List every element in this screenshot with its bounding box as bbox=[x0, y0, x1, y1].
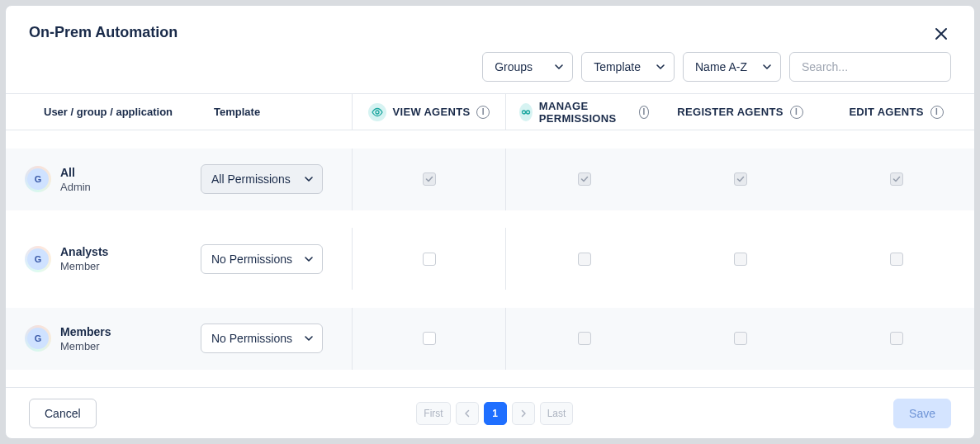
permissions-modal: On-Prem Automation Groups Template Name … bbox=[5, 5, 975, 439]
group-badge: G bbox=[27, 168, 49, 190]
chevron-down-icon bbox=[656, 62, 665, 72]
permission-checkbox[interactable] bbox=[734, 332, 747, 345]
save-button-label: Save bbox=[909, 407, 935, 420]
search-input[interactable] bbox=[800, 59, 948, 74]
sort-label: Name A-Z bbox=[695, 60, 747, 73]
group-name: Analysts bbox=[60, 245, 108, 258]
info-icon[interactable]: i bbox=[639, 106, 649, 119]
close-button[interactable] bbox=[931, 24, 951, 44]
filter-template-dropdown[interactable]: Template bbox=[581, 52, 675, 82]
pager-next-button[interactable] bbox=[512, 402, 535, 425]
group-avatar: G bbox=[27, 248, 49, 270]
column-header-template: Template bbox=[214, 106, 339, 118]
permission-checkbox[interactable] bbox=[423, 172, 436, 186]
modal-footer: Cancel First 1 Last Save bbox=[6, 387, 974, 438]
svg-point-1 bbox=[376, 111, 379, 114]
column-header-manage-permissions: MANAGE PERMISSIONS i bbox=[506, 94, 662, 130]
modal-title: On-Prem Automation bbox=[29, 24, 178, 41]
column-header-view-agents-label: VIEW AGENTS bbox=[393, 106, 471, 118]
column-header-edit-agents-label: EDIT AGENTS bbox=[849, 106, 923, 118]
permission-cell bbox=[506, 228, 662, 290]
filter-groups-dropdown[interactable]: Groups bbox=[482, 52, 573, 82]
permission-cell bbox=[662, 228, 818, 290]
chevron-left-icon bbox=[463, 409, 471, 418]
info-icon[interactable]: i bbox=[476, 106, 490, 119]
column-header-register-agents-label: REGISTER AGENTS bbox=[677, 106, 783, 118]
toolbar: Groups Template Name A-Z bbox=[6, 52, 974, 93]
template-select-value: No Permissions bbox=[211, 332, 292, 345]
template-select-value: No Permissions bbox=[211, 253, 292, 266]
permission-checkbox[interactable] bbox=[423, 332, 436, 345]
pagination: First 1 Last bbox=[416, 402, 573, 425]
save-button[interactable]: Save bbox=[893, 399, 951, 428]
group-avatar: G bbox=[27, 328, 49, 349]
permission-checkbox[interactable] bbox=[578, 253, 591, 266]
permission-checkbox[interactable] bbox=[890, 253, 903, 266]
chevron-down-icon bbox=[554, 62, 564, 72]
column-header-manage-permissions-label: MANAGE PERMISSIONS bbox=[539, 100, 632, 125]
close-icon bbox=[933, 26, 949, 42]
permission-checkbox[interactable] bbox=[734, 253, 747, 266]
chevron-right-icon bbox=[519, 409, 528, 418]
chevron-down-icon bbox=[762, 62, 772, 72]
eye-icon bbox=[368, 103, 386, 121]
chevron-down-icon bbox=[304, 254, 314, 264]
permission-cell bbox=[662, 308, 818, 370]
chevron-down-icon bbox=[304, 174, 314, 184]
permission-cell bbox=[818, 308, 974, 370]
table-row-left: G Analysts Member No Permissions bbox=[6, 228, 353, 290]
group-role: Member bbox=[60, 260, 108, 272]
chevron-down-icon bbox=[304, 333, 314, 343]
pager-first-button[interactable]: First bbox=[416, 402, 450, 425]
table-row-left: G All Admin All Permissions bbox=[6, 149, 353, 210]
info-icon[interactable]: i bbox=[790, 106, 803, 119]
cancel-button-label: Cancel bbox=[45, 407, 81, 420]
filter-template-label: Template bbox=[594, 60, 641, 73]
group-name: All bbox=[60, 166, 91, 179]
column-header-register-agents: REGISTER AGENTS i bbox=[662, 94, 818, 130]
permission-cell bbox=[353, 228, 506, 290]
pager-page-current[interactable]: 1 bbox=[484, 402, 507, 425]
permission-cell bbox=[353, 149, 506, 210]
column-header-edit-agents: EDIT AGENTS i bbox=[818, 94, 974, 130]
permission-checkbox[interactable] bbox=[423, 253, 436, 266]
permission-cell bbox=[353, 308, 506, 370]
pager-first-label: First bbox=[424, 408, 443, 419]
template-select[interactable]: All Permissions bbox=[201, 164, 323, 194]
mask-icon bbox=[519, 103, 533, 121]
group-badge: G bbox=[27, 248, 49, 270]
template-select-value: All Permissions bbox=[211, 172, 291, 186]
column-header-view-agents: VIEW AGENTS i bbox=[353, 94, 506, 130]
info-icon[interactable]: i bbox=[930, 106, 944, 119]
template-select[interactable]: No Permissions bbox=[201, 324, 323, 353]
group-role: Admin bbox=[60, 181, 91, 193]
group-badge: G bbox=[27, 328, 49, 349]
group-role: Member bbox=[60, 340, 111, 352]
sort-dropdown[interactable]: Name A-Z bbox=[683, 52, 781, 82]
permission-cell bbox=[818, 228, 974, 290]
template-select[interactable]: No Permissions bbox=[201, 244, 323, 274]
svg-point-2 bbox=[522, 111, 525, 114]
pager-last-button[interactable]: Last bbox=[540, 402, 574, 425]
svg-point-3 bbox=[526, 111, 529, 114]
pager-prev-button[interactable] bbox=[456, 402, 479, 425]
search-box[interactable] bbox=[789, 52, 951, 82]
permission-checkbox[interactable] bbox=[890, 332, 903, 345]
permissions-table: User / group / application Template VIEW… bbox=[6, 93, 974, 387]
column-header-name: User / group / application bbox=[19, 106, 214, 118]
permission-checkbox[interactable] bbox=[578, 332, 591, 345]
cancel-button[interactable]: Cancel bbox=[29, 399, 97, 428]
group-name: Members bbox=[60, 325, 111, 338]
permission-checkbox[interactable] bbox=[890, 172, 903, 186]
group-avatar: G bbox=[27, 168, 49, 190]
permission-checkbox[interactable] bbox=[734, 172, 747, 186]
permission-cell bbox=[506, 149, 662, 210]
permission-checkbox[interactable] bbox=[578, 172, 591, 186]
filter-groups-label: Groups bbox=[495, 60, 533, 73]
pager-last-label: Last bbox=[547, 408, 566, 419]
permission-cell bbox=[662, 149, 818, 210]
permission-cell bbox=[506, 308, 662, 370]
permission-cell bbox=[818, 149, 974, 210]
modal-header: On-Prem Automation bbox=[6, 6, 974, 52]
column-header-left: User / group / application Template bbox=[6, 94, 353, 130]
